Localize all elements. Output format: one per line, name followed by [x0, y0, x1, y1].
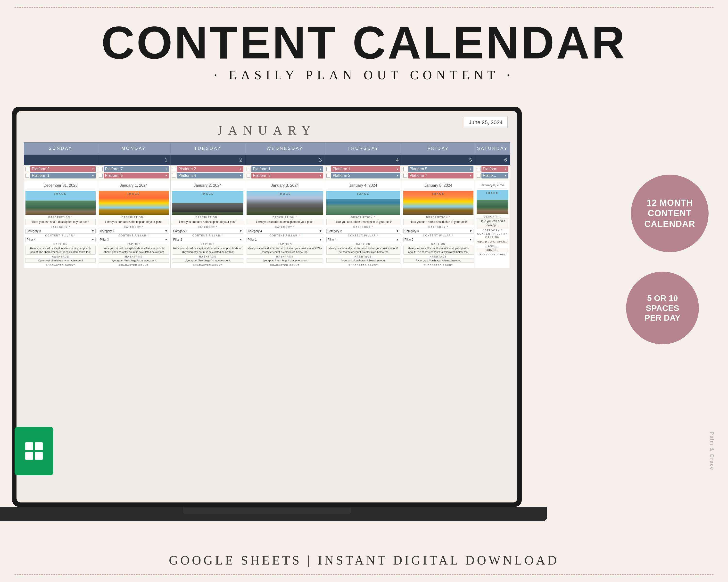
- category-row: Category 1 ▼: [172, 229, 243, 233]
- platform-checkbox-2[interactable]: [172, 174, 176, 177]
- char-count-label: CHARACTER COUNT: [25, 263, 96, 266]
- hashtag-text[interactable]: #yourpost #hashtags #charactercount: [327, 258, 400, 262]
- platform-dropdown-2[interactable]: Platform 1 ▼: [30, 173, 96, 178]
- category-dropdown[interactable]: Category 2 ▼: [99, 229, 169, 233]
- hashtag-text[interactable]: #yourpost #hashtags #charactercount: [99, 258, 169, 262]
- category-label: CATEGORY *: [172, 226, 243, 228]
- caption-text[interactable]: Here you can add a caption about what yo…: [327, 246, 400, 255]
- platform-fri-1: Platform 5 ▼ Platform 7 ▼: [401, 165, 475, 181]
- platform-dropdown[interactable]: Platform ▼: [482, 166, 509, 172]
- pillar-label: CONTENT PILLAR *: [172, 234, 243, 237]
- watermark: Palm & Grace: [709, 432, 714, 470]
- platform-sun-1: Platform 2 ▼ Platform 1 ▼: [24, 165, 97, 181]
- day-date: January 2, 2024: [172, 182, 243, 189]
- description-text[interactable]: Here you can add a description of your p…: [403, 219, 473, 225]
- platform-dropdown-2[interactable]: Platform 3 ▼: [252, 173, 323, 178]
- hashtags-label: HASHTAGS: [99, 255, 169, 258]
- category-row: Category 3 ▼: [403, 229, 473, 233]
- hashtag-text[interactable]: #HASHI...: [476, 248, 509, 252]
- hashtag-text[interactable]: #yourpost #hashtags #charactercount: [403, 258, 473, 262]
- caption-label: CAPTION: [99, 243, 169, 245]
- category-dropdown[interactable]: Category 4 ▼: [246, 229, 323, 233]
- platform-dropdown[interactable]: Platform 1 ▼: [252, 166, 323, 172]
- platform-checkbox-2[interactable]: [403, 174, 407, 177]
- platform-checkbox[interactable]: [99, 167, 103, 171]
- platform-dropdown[interactable]: Platform 2 ▼: [30, 166, 96, 172]
- platform-dropdown[interactable]: Platform 1 ▼: [331, 166, 400, 172]
- platform-dropdown[interactable]: Platform 7 ▼: [104, 166, 169, 172]
- platform-dropdown-2[interactable]: Platfo... ▼: [482, 173, 509, 178]
- caption-text[interactable]: Here you can add a caption about what yo…: [25, 246, 96, 255]
- pillar-dropdown[interactable]: Pillar 2 ▼: [172, 237, 243, 242]
- pillar-dropdown[interactable]: Pillar 1 ▼: [246, 237, 323, 242]
- platform-sat-1: Platform ▼ Platfo... ▼: [475, 165, 510, 181]
- description-text[interactable]: Here you can add a description of your p…: [172, 219, 243, 225]
- header: CONTENT CALENDAR · EASILY PLAN OUT CONTE…: [0, 0, 728, 89]
- description-text[interactable]: Here you can add a description of your p…: [327, 219, 400, 225]
- platform-cell-2: Platform 7 ▼: [403, 173, 473, 178]
- category-label: CATEGORY *: [327, 226, 400, 228]
- platform-dropdown-2[interactable]: Platform 7 ▼: [408, 173, 473, 178]
- day-card-content: January 2, 2024 IMAGE DESCRIPTION * Here…: [171, 181, 245, 268]
- description-text[interactable]: Here you can add a descrip...: [476, 218, 509, 228]
- platform-dropdown[interactable]: Platform 5 ▼: [408, 166, 473, 172]
- platform-checkbox[interactable]: [327, 167, 330, 171]
- platform-cell-2: Platform 5 ▼: [99, 173, 169, 178]
- pillar-dropdown[interactable]: Pillar 2 ▼: [403, 237, 473, 242]
- description-label: DESCRIPTION *: [403, 216, 473, 219]
- col-thursday: THURSDAY: [325, 143, 401, 155]
- day-card-content: December 31, 2023 IMAGE DESCRIPTION * He…: [24, 181, 97, 268]
- image-placeholder: IMAGE: [246, 191, 323, 215]
- platform-cell-2: Platform 1 ▼: [25, 173, 96, 178]
- platform-dropdown[interactable]: Platform 2 ▼: [177, 166, 243, 172]
- description-text[interactable]: Here you can add a description of your p…: [246, 219, 323, 225]
- pillar-dropdown[interactable]: Pillar 4 ▼: [327, 237, 400, 242]
- pillar-dropdown[interactable]: Pillar 3 ▼: [99, 237, 169, 242]
- platform-checkbox[interactable]: [403, 167, 407, 171]
- category-dropdown[interactable]: Category 1 ▼: [172, 229, 243, 233]
- day-content-row: December 31, 2023 IMAGE DESCRIPTION * He…: [24, 181, 510, 268]
- platform-checkbox[interactable]: [25, 167, 29, 171]
- laptop-body: June 25, 2024 JANUARY SUNDAY MONDAY TUES…: [12, 107, 522, 507]
- category-dropdown[interactable]: Category 3 ▼: [25, 229, 96, 233]
- platform-checkbox-2[interactable]: [246, 174, 251, 177]
- badge-12-month: 12 MONTHCONTENTCALENDAR: [631, 175, 709, 252]
- platform-checkbox[interactable]: [476, 167, 480, 171]
- category-dropdown[interactable]: Category 3 ▼: [403, 229, 473, 233]
- platform-checkbox-2[interactable]: [327, 174, 330, 177]
- category-dropdown[interactable]: Category 2 ▼: [327, 229, 400, 233]
- pillar-dropdown[interactable]: Pillar 4 ▼: [25, 237, 96, 242]
- caption-text[interactable]: Here you can add a caption about what yo…: [172, 246, 243, 255]
- platform-checkbox[interactable]: [172, 167, 176, 171]
- sheets-cell-3: [25, 452, 33, 460]
- hashtag-text[interactable]: #yourpost #hashtags #charactercount: [25, 258, 96, 262]
- platform-dropdown-2[interactable]: Platform 2 ▼: [331, 173, 400, 178]
- pillar-row: Pillar 4 ▼: [327, 237, 400, 242]
- platform-dropdown-2[interactable]: Platform 4 ▼: [177, 173, 243, 178]
- day-card-content: January 5, 2024 IMAGE DESCRIPTION * Here…: [402, 181, 475, 268]
- platform-dropdown-2[interactable]: Platform 5 ▼: [104, 173, 169, 178]
- platform-checkbox-2[interactable]: [476, 174, 480, 177]
- char-count-label: CHARACTER COUNT: [246, 263, 323, 266]
- description-text[interactable]: Here you can add a description of your p…: [99, 219, 169, 225]
- caption-text[interactable]: Here you can add a caption about what yo…: [246, 246, 323, 255]
- platform-checkbox[interactable]: [246, 167, 251, 171]
- col-wednesday: WEDNESDAY: [245, 143, 325, 155]
- main-title: CONTENT CALENDAR: [0, 20, 728, 65]
- day-card-5: January 5, 2024 IMAGE DESCRIPTION * Here…: [401, 181, 475, 268]
- platform-checkbox-2[interactable]: [99, 174, 103, 177]
- day-card-content: January 1, 2024 IMAGE DESCRIPTION * Here…: [97, 181, 171, 268]
- caption-text[interactable]: Here you can add a caption about what yo…: [403, 246, 473, 255]
- hashtag-text[interactable]: #yourpost #hashtags #charactercount: [246, 258, 323, 262]
- caption-text[interactable]: capi... p... cha... calcula...: [476, 239, 509, 244]
- bottom-text: GOOGLE SHEETS | INSTANT DIGITAL DOWNLOAD: [0, 553, 728, 567]
- date-3: 3: [245, 155, 325, 165]
- day-date: December 31, 2023: [25, 182, 96, 189]
- hashtag-text[interactable]: #yourpost #hashtags #charactercount: [172, 258, 243, 262]
- description-text[interactable]: Here you can add a description of your p…: [25, 219, 96, 225]
- platform-checkbox-2[interactable]: [25, 174, 29, 177]
- hashtags-label: HASHTAGS: [246, 255, 323, 258]
- caption-text[interactable]: Here you can add a caption about what yo…: [99, 246, 169, 255]
- subtitle: · EASILY PLAN OUT CONTENT ·: [0, 68, 728, 82]
- hashtags-label: HASHTAGS: [25, 255, 96, 258]
